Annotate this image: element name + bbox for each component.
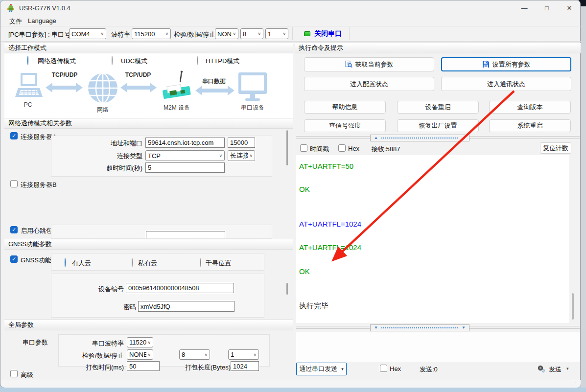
radio-net-passthrough[interactable] (27, 56, 28, 65)
diagram-link1-label: TCP/UDP (47, 71, 82, 78)
send-via-serial-button[interactable]: 通过串口发送 ▾ (296, 363, 347, 375)
receive-log[interactable]: AT+UARTFT=50 OK AT+UARTFL=1024 AT+UARTFL… (296, 155, 569, 323)
keep-alive-select[interactable]: 长连接 ∨ (228, 150, 255, 161)
g-databits-select[interactable]: 8 ∨ (179, 349, 210, 360)
maximize-button[interactable]: □ (536, 0, 558, 15)
netparams-header: 网络透传模式相关参数 (4, 118, 293, 129)
heartbeat-checkbox[interactable]: ✓ (10, 226, 18, 233)
conn-type-select[interactable]: TCP ∨ (145, 150, 225, 161)
log-line: AT+UARTFL=1024 (299, 219, 569, 229)
log-line: AT+UARTFL=1024 (299, 243, 569, 253)
log-text: 执行完毕 (299, 301, 328, 310)
timeout-label: 超时时间(秒) (89, 164, 142, 173)
device-id-input[interactable]: 00059614000000048508 (126, 283, 234, 293)
heartbeat-partial-input[interactable] (146, 231, 225, 239)
serial-device-monitor-icon (238, 72, 267, 102)
password-label: 密码 (97, 303, 136, 312)
radio-udc[interactable] (112, 56, 113, 65)
gnss-enable-checkbox[interactable]: ✓ (10, 255, 18, 263)
server-a-checkbox[interactable]: ✓ (10, 132, 18, 139)
device-restart-button[interactable]: 设备重启 (397, 101, 479, 114)
send-via-serial-label: 通过串口发送 (299, 365, 337, 373)
stopbits-select[interactable]: 1 ∨ (265, 28, 288, 39)
factory-reset-button[interactable]: 恢复出厂设置 (397, 119, 479, 132)
desktop-edge (581, 6, 586, 388)
server-b-checkbox[interactable]: ✓ (10, 180, 18, 187)
reset-count-label: 复位计数 (543, 144, 568, 153)
g-parity-value: NONE (129, 351, 146, 358)
parity-select[interactable]: NONI ∨ (215, 28, 238, 39)
g-stopbits-select[interactable]: 1 ∨ (228, 349, 259, 360)
send-textarea[interactable] (296, 332, 580, 362)
reset-count-button[interactable]: 复位计数 (540, 142, 571, 154)
radio-private-cloud[interactable] (132, 258, 133, 267)
stopbits-value: 1 (268, 30, 281, 38)
diagram-net-label: 网络 (93, 106, 113, 114)
gnss-header-label: GNSS功能参数 (8, 240, 52, 249)
check-icon: ✓ (12, 133, 16, 139)
send-count: 发送:0 (420, 365, 438, 374)
log-line: OK (299, 267, 569, 277)
radio-qianxun[interactable] (200, 258, 201, 267)
pc-laptop-icon (14, 72, 44, 100)
set-params-button[interactable]: 设置所有参数 (441, 57, 571, 71)
radio-httpd[interactable] (197, 56, 198, 65)
pack-len-input[interactable]: 1024 (231, 361, 259, 371)
advanced-checkbox[interactable]: ✓ (10, 370, 18, 377)
enter-comm-button[interactable]: 进入通讯状态 (441, 77, 571, 91)
down-arrow-icon: ▼ (374, 326, 378, 330)
radio-usr-cloud[interactable] (65, 258, 66, 267)
g-baud-select[interactable]: 115200 ∨ (127, 337, 153, 347)
get-params-label: 获取当前参数 (355, 60, 394, 69)
help-button[interactable]: 帮助信息 (304, 101, 386, 114)
parity-value: NONI (217, 30, 232, 38)
timestamp-checkbox[interactable]: ✓ (300, 144, 307, 152)
baud-select[interactable]: 115200 ∨ (132, 28, 171, 39)
parity-label: 检验/数据/停止 (174, 30, 215, 39)
heartbeat-label: 启用心跳包 (21, 227, 52, 235)
log-text: AT+UARTFT=50 (299, 162, 353, 170)
password-input[interactable]: xmVd5JfQ (138, 301, 234, 312)
timeout-input[interactable]: 5 (145, 162, 225, 173)
menu-file[interactable]: 文件 (9, 17, 22, 26)
left-scrollbar-thumb[interactable] (286, 130, 288, 165)
caret-down-icon[interactable]: ▾ (566, 366, 569, 371)
query-version-button[interactable]: 查询版本 (489, 101, 571, 114)
close-port-button[interactable]: 关闭串口 (314, 29, 342, 38)
enter-config-button[interactable]: 进入配置状态 (304, 77, 434, 91)
chevron-down-icon: ∨ (282, 31, 286, 36)
g-baud-value: 115200 (129, 339, 146, 346)
gnss-header: GNSS功能参数 (4, 239, 293, 250)
send-hex-checkbox[interactable]: ✓ (380, 365, 387, 372)
system-restart-button[interactable]: 系统重启 (489, 119, 571, 132)
left-scrollbar-thumb-2[interactable] (286, 283, 288, 295)
addr-input[interactable]: 59614.cnsh.iot-tcp.com (145, 138, 225, 148)
speaker-icon (537, 365, 545, 373)
resize-grip[interactable]: ⋰ (571, 381, 577, 387)
query-version-label: 查询版本 (517, 103, 543, 112)
chevron-down-icon: ∨ (100, 31, 104, 36)
close-button[interactable]: ✕ (558, 0, 581, 15)
log-scrollbar-thumb[interactable] (572, 293, 574, 320)
splitter-handle-2[interactable]: ▼ ▼ (370, 324, 469, 331)
pack-time-input[interactable]: 50 (127, 361, 160, 371)
g-parity-select[interactable]: NONE ∨ (127, 349, 153, 360)
log-line: OK (299, 184, 569, 194)
splitter-handle[interactable]: ▲ ▲ (370, 135, 469, 141)
conn-type-label: 连接类型 (89, 152, 142, 161)
databits-select[interactable]: 8 ∨ (240, 28, 263, 39)
get-params-button[interactable]: 获取当前参数 (304, 57, 434, 71)
desktop: USR-G776 V1.0.4 — □ ✕ 文件 Language [PC串口参… (0, 0, 586, 392)
save-floppy-icon (482, 61, 490, 68)
enter-config-label: 进入配置状态 (350, 80, 388, 89)
menu-language[interactable]: Language (28, 17, 56, 24)
com-port-select[interactable]: COM4 ∨ (69, 28, 106, 39)
minimize-button[interactable]: — (513, 0, 536, 15)
menu-separator (1, 26, 581, 26)
recv-hex-checkbox[interactable]: ✓ (338, 144, 346, 152)
send-button[interactable]: 发送 (549, 365, 562, 374)
double-arrow-icon (46, 83, 83, 92)
set-params-label: 设置所有参数 (492, 60, 531, 69)
signal-strength-button[interactable]: 查信号强度 (304, 119, 386, 132)
port-input[interactable]: 15000 (228, 138, 255, 148)
